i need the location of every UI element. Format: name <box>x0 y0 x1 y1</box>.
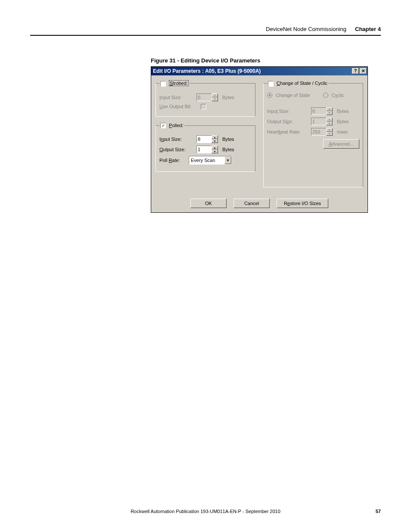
strobed-legend[interactable]: Strobed: <box>159 81 190 87</box>
polled-output-size-unit: Bytes <box>222 147 234 152</box>
cyclic-radio <box>323 93 328 98</box>
strobed-input-size-field <box>196 93 212 101</box>
spin-down-icon: ▼ <box>212 97 218 101</box>
polled-input-size-unit: Bytes <box>222 137 234 142</box>
polled-group: ✓ Polled: Input Size: ▲ ▼ <box>156 123 255 172</box>
cos-cyclic-legend[interactable]: Change of State / Cyclic <box>267 81 328 87</box>
change-of-state-radio <box>267 93 272 98</box>
polled-output-size-field[interactable] <box>196 146 212 153</box>
polled-input-size-field[interactable] <box>196 135 212 143</box>
cos-cyclic-group: Change of State / Cyclic Change of State… <box>263 81 363 187</box>
polled-input-size-label: Input Size: <box>159 137 194 142</box>
spin-up-icon: ▲ <box>212 93 218 97</box>
polled-input-size-spinner[interactable]: ▲ ▼ <box>196 135 218 143</box>
cancel-button[interactable]: Cancel <box>234 199 270 208</box>
polled-checkbox[interactable]: ✓ <box>160 123 166 128</box>
breadcrumb: DeviceNet Node Commissioning <box>266 26 346 32</box>
restore-io-sizes-button[interactable]: Restore I/O Sizes <box>277 199 328 208</box>
heartbeat-rate-field <box>311 128 327 136</box>
cos-input-size-spinner: ▲ ▼ <box>311 107 333 115</box>
cos-input-size-field <box>311 107 327 115</box>
cyclic-label: Cyclic <box>332 93 344 98</box>
cos-input-size-unit: Bytes <box>337 109 349 114</box>
spin-up-icon[interactable]: ▲ <box>212 146 218 149</box>
spin-down-icon[interactable]: ▼ <box>212 149 218 153</box>
dialog-titlebar: Edit I/O Parameters : A05, E3 Plus (9-50… <box>151 67 367 75</box>
cos-input-size-label: Input Size: <box>267 109 308 114</box>
cyclic-radio-item: Cyclic <box>323 93 344 98</box>
help-button[interactable]: ? <box>352 68 359 74</box>
spin-up-icon: ▲ <box>326 107 333 111</box>
spin-up-icon[interactable]: ▲ <box>212 135 218 139</box>
cos-cyclic-checkbox[interactable] <box>268 81 274 87</box>
chapter-label: Chapter 4 <box>355 26 381 32</box>
change-of-state-radio-item: Change of State <box>267 93 310 98</box>
heartbeat-rate-spinner: ▲ ▼ <box>311 128 333 136</box>
heartbeat-rate-unit: msec <box>337 129 348 134</box>
page-header: DeviceNet Node Commissioning Chapter 4 <box>30 26 381 36</box>
strobed-input-size-spinner: ▲ ▼ <box>196 93 218 101</box>
spin-down-icon: ▼ <box>326 132 333 136</box>
chevron-down-icon[interactable]: ▼ <box>224 156 231 164</box>
figure-caption: Figure 31 - Editing Device I/O Parameter… <box>151 57 381 64</box>
strobed-group: Strobed: Input Size: ▲ ▼ <box>156 81 255 117</box>
page-number: 57 <box>364 509 381 514</box>
heartbeat-rate-label: Heartbeat Rate: <box>267 129 308 134</box>
cos-output-size-spinner: ▲ ▼ <box>311 118 333 125</box>
polled-output-size-spinner[interactable]: ▲ ▼ <box>196 146 218 153</box>
publication-label: Rockwell Automation Publication 193-UM01… <box>47 509 364 514</box>
cos-output-size-field <box>311 118 327 125</box>
ok-button[interactable]: OK <box>190 199 227 208</box>
polled-legend[interactable]: ✓ Polled: <box>159 123 184 129</box>
change-of-state-label: Change of State <box>276 93 310 98</box>
poll-rate-label: Poll Rate: <box>159 158 186 163</box>
io-parameters-dialog: Edit I/O Parameters : A05, E3 Plus (9-50… <box>151 66 368 213</box>
close-button[interactable]: ✕ <box>360 68 367 74</box>
spin-down-icon: ▼ <box>326 121 333 125</box>
advanced-button: Advanced... <box>323 139 359 149</box>
polled-output-size-label: Output Size: <box>159 147 194 152</box>
cos-output-size-unit: Bytes <box>337 119 349 124</box>
cos-output-size-label: Output Size: <box>267 119 308 124</box>
strobed-input-size-label: Input Size: <box>159 95 194 100</box>
dialog-title: Edit I/O Parameters : A05, E3 Plus (9-50… <box>153 68 261 74</box>
spin-down-icon: ▼ <box>326 111 333 115</box>
strobed-input-size-unit: Bytes <box>222 95 234 100</box>
use-output-bit-checkbox <box>201 104 206 109</box>
spin-up-icon: ▲ <box>326 118 333 121</box>
page-footer: Rockwell Automation Publication 193-UM01… <box>0 509 411 514</box>
strobed-checkbox[interactable] <box>160 81 166 87</box>
poll-rate-value: Every Scan <box>189 158 224 163</box>
use-output-bit-label: Use Output Bit: <box>159 104 198 109</box>
poll-rate-select[interactable]: Every Scan ▼ <box>189 156 232 165</box>
spin-up-icon: ▲ <box>326 128 333 132</box>
spin-down-icon[interactable]: ▼ <box>212 139 218 143</box>
